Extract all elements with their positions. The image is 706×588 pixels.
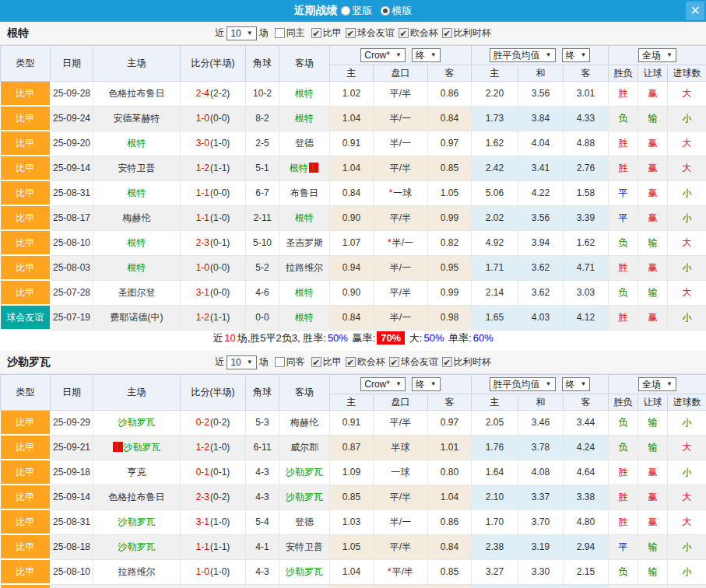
league-checkbox[interactable]: ✔比利时杯 [442,26,491,40]
corner-cell: 4-3 [246,559,279,584]
league-checkbox[interactable]: ✔球会友谊 [346,26,395,40]
match-row: 比甲25-08-041沙勒罗瓦1-1(1-1)1-7圣图尔登1.09半球0.80… [1,584,706,588]
match-row: 比甲25-08-10拉路维尔1-0(1-0)4-3沙勒罗瓦1.04*平/半0.8… [1,559,706,584]
chevron-down-icon: ▼ [247,28,253,39]
avg-home-cell: 4.92 [472,230,518,255]
games-count-select[interactable]: 10▼ [227,26,256,40]
team-label: 根特 [295,212,314,223]
result-winlose-cell: 平 [609,534,638,559]
radio-option-vertical[interactable]: 竖版 [341,4,373,18]
home-team-cell: 1沙勒罗瓦 [93,584,181,588]
same-venue-checkbox[interactable]: 同客 [275,355,305,369]
filter-row: 沙勒罗瓦 近 10▼ 场 同客 ✔比甲✔欧会杯✔球会友谊✔比利时杯 [0,351,706,374]
games-count-select[interactable]: 10▼ [227,355,256,369]
handicap-cell: *一球 [374,180,428,205]
avg-home-cell: 2.14 [472,280,518,305]
result-handicap-cell: 赢 [638,205,668,230]
type-cell: 比甲 [1,435,51,460]
odds-home-cell: 1.04 [330,106,374,131]
league-checkbox[interactable]: ✔欧会杯 [346,355,385,369]
date-cell: 25-08-04 [51,584,93,588]
result-handicap-cell: 赢 [638,509,668,534]
score-halftime: (1-0) [210,566,230,577]
close-icon[interactable]: ✕ [686,2,704,20]
result-winlose-cell: 胜 [609,82,638,107]
avg-home-cell: 2.38 [472,534,518,559]
result-handicap-cell: 赢 [638,460,668,485]
radio-icon-checked[interactable] [381,6,390,16]
result-goals-cell: 大 [668,280,706,305]
league-checkbox[interactable]: ✔比利时杯 [442,355,491,369]
avg-select[interactable]: 胜平负均值▼ [490,377,556,391]
games-suffix-label: 场 [259,26,269,40]
avg-time-select[interactable]: 终▼ [562,377,591,391]
avg-select[interactable]: 胜平负均值▼ [490,48,556,62]
corner-cell: 4-3 [246,460,279,485]
odds-company-select[interactable]: Crow*▼ [360,48,406,62]
team-section-away: 沙勒罗瓦 近 10▼ 场 同客 ✔比甲✔欧会杯✔球会友谊✔比利时杯 [0,351,706,588]
checkbox-icon[interactable] [275,28,285,38]
sub-odds-home: 主 [330,65,374,82]
checkbox-icon[interactable]: ✔ [442,28,452,38]
away-team-cell: 根特 [279,305,330,330]
team-label: 威尔郡 [290,442,318,453]
checkbox-icon[interactable]: ✔ [311,357,321,367]
type-cell: 比甲 [1,411,51,436]
odds-away-cell: 0.80 [428,584,472,588]
odds-home-cell: 0.87 [330,435,374,460]
radio-icon[interactable] [341,6,350,16]
handicap-cell: 半/一 [374,255,428,280]
same-venue-checkbox[interactable]: 同主 [275,26,305,40]
checkbox-icon[interactable]: ✔ [389,357,399,367]
league-checkbox[interactable]: ✔球会友谊 [389,355,438,369]
away-team-cell: 圣图尔登 [279,584,330,588]
avg-draw-cell: 3.41 [518,156,564,180]
odds-time-select[interactable]: 终▼ [412,48,441,62]
corner-cell: 0-0 [246,305,279,330]
league-checkbox[interactable]: ✔比甲 [311,26,342,40]
odds-home-cell: 1.02 [330,82,374,107]
league-label: 比利时杯 [454,355,491,369]
checkbox-icon[interactable]: ✔ [311,28,321,38]
recent-results-modal: 近期战绩 竖版 横版 ✕ 根特 近 10▼ 场 同主 [0,0,706,588]
radio-label: 竖版 [353,4,373,18]
checkbox-icon[interactable]: ✔ [399,28,409,38]
checkbox-icon[interactable]: ✔ [442,357,452,367]
odds-home-cell: 1.04 [330,156,374,180]
type-cell: 比甲 [1,131,51,156]
odds-away-cell: 0.98 [428,305,472,330]
avg-home-cell: 2.05 [472,411,518,436]
league-checkbox[interactable]: ✔欧会杯 [399,26,438,40]
checkbox-icon[interactable]: ✔ [346,357,356,367]
scope-select[interactable]: 全场▼ [638,377,676,391]
date-cell: 25-09-18 [51,460,93,485]
sub-avg-away: 客 [564,394,609,411]
result-winlose-cell: 胜 [609,156,638,180]
league-checkbox[interactable]: ✔比甲 [311,355,342,369]
score-halftime: (1-1) [210,163,230,173]
score-cell: 2-4(2-2) [181,82,246,107]
score-fulltime: 3-1 [196,516,209,527]
star-mark: * [388,566,392,577]
score-cell: 1-0(0-0) [181,255,246,280]
radio-option-horizontal[interactable]: 横版 [381,4,413,18]
score-halftime: (0-1) [210,237,230,248]
avg-away-cell: 3.03 [564,280,609,305]
score-halftime: (1-0) [210,442,230,453]
avg-away-cell: 2.15 [564,559,609,584]
match-row: 比甲25-08-31根特1-1(0-0)6-7布鲁日0.84*一球1.055.0… [1,180,706,205]
avg-time-select[interactable]: 终▼ [562,48,591,62]
home-team-cell: 沙勒罗瓦 [93,534,181,559]
summary-segment: 70% [377,331,405,345]
odds-company-select[interactable]: Crow*▼ [360,377,406,391]
result-handicap-cell: 输 [638,230,668,255]
team-label: 根特 [128,262,146,273]
checkbox-icon[interactable] [275,357,285,367]
scope-select[interactable]: 全场▼ [638,48,676,62]
sub-avg-home: 主 [472,65,518,82]
corner-cell: 5-3 [246,411,279,436]
odds-time-select[interactable]: 终▼ [412,377,441,391]
chevron-down-icon: ▼ [666,379,673,390]
checkbox-icon[interactable]: ✔ [346,28,356,38]
col-type: 类型 [1,375,51,411]
